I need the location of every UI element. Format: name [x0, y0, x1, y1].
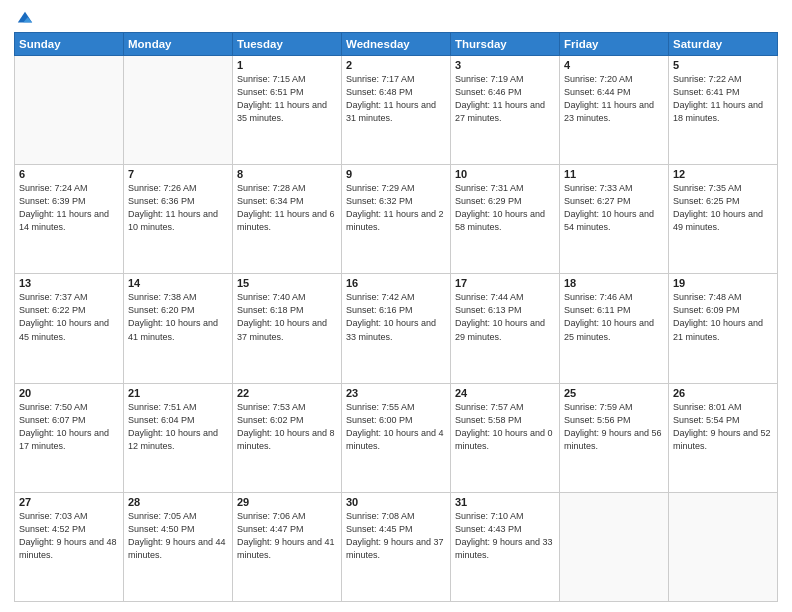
day-info: Sunrise: 7:59 AM Sunset: 5:56 PM Dayligh… [564, 401, 664, 453]
calendar-week-5: 27Sunrise: 7:03 AM Sunset: 4:52 PM Dayli… [15, 492, 778, 601]
weekday-header-friday: Friday [560, 33, 669, 56]
day-info: Sunrise: 7:46 AM Sunset: 6:11 PM Dayligh… [564, 291, 664, 343]
calendar-cell [124, 56, 233, 165]
day-number: 9 [346, 168, 446, 180]
day-info: Sunrise: 8:01 AM Sunset: 5:54 PM Dayligh… [673, 401, 773, 453]
calendar-cell [560, 492, 669, 601]
weekday-header-wednesday: Wednesday [342, 33, 451, 56]
calendar-cell: 17Sunrise: 7:44 AM Sunset: 6:13 PM Dayli… [451, 274, 560, 383]
day-number: 27 [19, 496, 119, 508]
calendar-cell: 5Sunrise: 7:22 AM Sunset: 6:41 PM Daylig… [669, 56, 778, 165]
day-number: 29 [237, 496, 337, 508]
day-info: Sunrise: 7:08 AM Sunset: 4:45 PM Dayligh… [346, 510, 446, 562]
day-info: Sunrise: 7:44 AM Sunset: 6:13 PM Dayligh… [455, 291, 555, 343]
day-number: 17 [455, 277, 555, 289]
calendar-cell: 31Sunrise: 7:10 AM Sunset: 4:43 PM Dayli… [451, 492, 560, 601]
day-number: 24 [455, 387, 555, 399]
day-info: Sunrise: 7:37 AM Sunset: 6:22 PM Dayligh… [19, 291, 119, 343]
calendar-cell: 26Sunrise: 8:01 AM Sunset: 5:54 PM Dayli… [669, 383, 778, 492]
day-number: 21 [128, 387, 228, 399]
day-number: 5 [673, 59, 773, 71]
day-number: 16 [346, 277, 446, 289]
day-info: Sunrise: 7:53 AM Sunset: 6:02 PM Dayligh… [237, 401, 337, 453]
calendar-cell: 24Sunrise: 7:57 AM Sunset: 5:58 PM Dayli… [451, 383, 560, 492]
calendar-cell: 6Sunrise: 7:24 AM Sunset: 6:39 PM Daylig… [15, 165, 124, 274]
day-info: Sunrise: 7:28 AM Sunset: 6:34 PM Dayligh… [237, 182, 337, 234]
day-info: Sunrise: 7:24 AM Sunset: 6:39 PM Dayligh… [19, 182, 119, 234]
day-number: 19 [673, 277, 773, 289]
logo-icon [16, 10, 34, 28]
day-info: Sunrise: 7:55 AM Sunset: 6:00 PM Dayligh… [346, 401, 446, 453]
calendar-cell: 20Sunrise: 7:50 AM Sunset: 6:07 PM Dayli… [15, 383, 124, 492]
calendar-cell [15, 56, 124, 165]
day-number: 12 [673, 168, 773, 180]
day-info: Sunrise: 7:50 AM Sunset: 6:07 PM Dayligh… [19, 401, 119, 453]
day-info: Sunrise: 7:05 AM Sunset: 4:50 PM Dayligh… [128, 510, 228, 562]
header [14, 10, 778, 26]
calendar-cell: 2Sunrise: 7:17 AM Sunset: 6:48 PM Daylig… [342, 56, 451, 165]
calendar-cell: 30Sunrise: 7:08 AM Sunset: 4:45 PM Dayli… [342, 492, 451, 601]
calendar-cell: 28Sunrise: 7:05 AM Sunset: 4:50 PM Dayli… [124, 492, 233, 601]
day-number: 6 [19, 168, 119, 180]
day-info: Sunrise: 7:40 AM Sunset: 6:18 PM Dayligh… [237, 291, 337, 343]
day-info: Sunrise: 7:42 AM Sunset: 6:16 PM Dayligh… [346, 291, 446, 343]
day-info: Sunrise: 7:22 AM Sunset: 6:41 PM Dayligh… [673, 73, 773, 125]
day-info: Sunrise: 7:06 AM Sunset: 4:47 PM Dayligh… [237, 510, 337, 562]
calendar-table: SundayMondayTuesdayWednesdayThursdayFrid… [14, 32, 778, 602]
calendar-cell: 13Sunrise: 7:37 AM Sunset: 6:22 PM Dayli… [15, 274, 124, 383]
calendar-cell: 16Sunrise: 7:42 AM Sunset: 6:16 PM Dayli… [342, 274, 451, 383]
calendar-cell: 15Sunrise: 7:40 AM Sunset: 6:18 PM Dayli… [233, 274, 342, 383]
day-number: 1 [237, 59, 337, 71]
day-number: 11 [564, 168, 664, 180]
calendar-cell: 27Sunrise: 7:03 AM Sunset: 4:52 PM Dayli… [15, 492, 124, 601]
day-info: Sunrise: 7:38 AM Sunset: 6:20 PM Dayligh… [128, 291, 228, 343]
day-number: 30 [346, 496, 446, 508]
day-number: 26 [673, 387, 773, 399]
day-number: 22 [237, 387, 337, 399]
page: SundayMondayTuesdayWednesdayThursdayFrid… [0, 0, 792, 612]
calendar-cell: 14Sunrise: 7:38 AM Sunset: 6:20 PM Dayli… [124, 274, 233, 383]
day-info: Sunrise: 7:48 AM Sunset: 6:09 PM Dayligh… [673, 291, 773, 343]
calendar-cell: 9Sunrise: 7:29 AM Sunset: 6:32 PM Daylig… [342, 165, 451, 274]
calendar-cell: 1Sunrise: 7:15 AM Sunset: 6:51 PM Daylig… [233, 56, 342, 165]
calendar-cell: 29Sunrise: 7:06 AM Sunset: 4:47 PM Dayli… [233, 492, 342, 601]
calendar-cell: 7Sunrise: 7:26 AM Sunset: 6:36 PM Daylig… [124, 165, 233, 274]
day-number: 2 [346, 59, 446, 71]
day-number: 23 [346, 387, 446, 399]
day-info: Sunrise: 7:15 AM Sunset: 6:51 PM Dayligh… [237, 73, 337, 125]
weekday-header-monday: Monday [124, 33, 233, 56]
calendar-cell: 19Sunrise: 7:48 AM Sunset: 6:09 PM Dayli… [669, 274, 778, 383]
logo [14, 10, 34, 26]
weekday-header-thursday: Thursday [451, 33, 560, 56]
calendar-week-2: 6Sunrise: 7:24 AM Sunset: 6:39 PM Daylig… [15, 165, 778, 274]
calendar-week-4: 20Sunrise: 7:50 AM Sunset: 6:07 PM Dayli… [15, 383, 778, 492]
day-info: Sunrise: 7:51 AM Sunset: 6:04 PM Dayligh… [128, 401, 228, 453]
calendar-cell: 4Sunrise: 7:20 AM Sunset: 6:44 PM Daylig… [560, 56, 669, 165]
day-info: Sunrise: 7:19 AM Sunset: 6:46 PM Dayligh… [455, 73, 555, 125]
weekday-header-sunday: Sunday [15, 33, 124, 56]
day-number: 10 [455, 168, 555, 180]
calendar-cell: 23Sunrise: 7:55 AM Sunset: 6:00 PM Dayli… [342, 383, 451, 492]
calendar-cell: 18Sunrise: 7:46 AM Sunset: 6:11 PM Dayli… [560, 274, 669, 383]
day-number: 18 [564, 277, 664, 289]
day-number: 14 [128, 277, 228, 289]
day-number: 25 [564, 387, 664, 399]
day-number: 4 [564, 59, 664, 71]
day-number: 3 [455, 59, 555, 71]
day-info: Sunrise: 7:29 AM Sunset: 6:32 PM Dayligh… [346, 182, 446, 234]
calendar-header-row: SundayMondayTuesdayWednesdayThursdayFrid… [15, 33, 778, 56]
calendar-week-1: 1Sunrise: 7:15 AM Sunset: 6:51 PM Daylig… [15, 56, 778, 165]
day-info: Sunrise: 7:57 AM Sunset: 5:58 PM Dayligh… [455, 401, 555, 453]
day-number: 13 [19, 277, 119, 289]
weekday-header-saturday: Saturday [669, 33, 778, 56]
day-number: 20 [19, 387, 119, 399]
day-info: Sunrise: 7:26 AM Sunset: 6:36 PM Dayligh… [128, 182, 228, 234]
calendar-cell: 10Sunrise: 7:31 AM Sunset: 6:29 PM Dayli… [451, 165, 560, 274]
weekday-header-tuesday: Tuesday [233, 33, 342, 56]
day-number: 31 [455, 496, 555, 508]
day-info: Sunrise: 7:03 AM Sunset: 4:52 PM Dayligh… [19, 510, 119, 562]
day-info: Sunrise: 7:17 AM Sunset: 6:48 PM Dayligh… [346, 73, 446, 125]
calendar-cell: 25Sunrise: 7:59 AM Sunset: 5:56 PM Dayli… [560, 383, 669, 492]
day-info: Sunrise: 7:31 AM Sunset: 6:29 PM Dayligh… [455, 182, 555, 234]
calendar-cell: 3Sunrise: 7:19 AM Sunset: 6:46 PM Daylig… [451, 56, 560, 165]
